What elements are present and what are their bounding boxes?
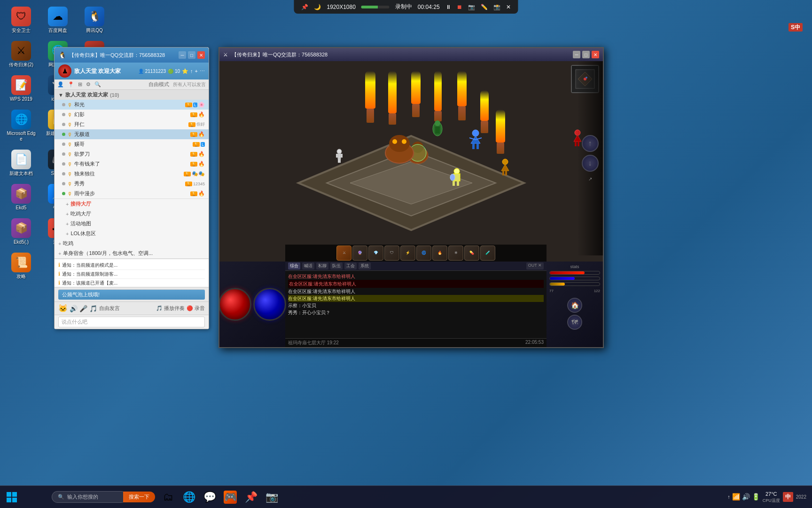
game-maximize-btn[interactable]: □ <box>582 51 590 58</box>
ime-indicator: S中 <box>789 23 803 32</box>
main-section-header[interactable]: ▼ 敌人天堂 欢迎大家 (10) <box>55 90 209 100</box>
skill-btn-10[interactable]: 🧪 <box>480 246 495 261</box>
taskbar-edge-btn[interactable]: 🌐 <box>180 488 198 507</box>
game-hp-orb[interactable] <box>219 288 251 321</box>
nav-up-btn[interactable]: ↑ <box>582 135 599 152</box>
desktop-icon-textfile[interactable]: 📄 新建文本档 <box>5 148 38 178</box>
qq-add-icon[interactable]: + <box>195 68 198 74</box>
skill-btn-6[interactable]: 🌀 <box>416 246 431 261</box>
nav-portal-btn[interactable]: 🏠 <box>567 298 582 313</box>
desktop-icon-wps[interactable]: 📝 WPS 2019 <box>5 73 38 104</box>
desktop-icon-anquan[interactable]: 🛡 安全卫士 <box>5 5 38 35</box>
channel-item-yumengdao[interactable]: 🎙 欲梦刀 🏆 🔥 <box>55 149 209 159</box>
skill-btn-7[interactable]: 🔥 <box>432 246 447 261</box>
status-dot <box>62 192 65 195</box>
skill-btn-5[interactable]: ⚡ <box>400 246 415 261</box>
taskbar-file-explorer-btn[interactable]: 🗂 <box>159 488 178 507</box>
anquan-icon: 🛡 <box>11 7 31 26</box>
desktop-icon-baidu[interactable]: ☁ 百度网盘 <box>41 5 74 35</box>
taskbar-camera-btn[interactable]: 📷 <box>262 488 281 507</box>
taskbar-volume-icon[interactable]: 🔊 <box>742 493 750 500</box>
channel-item-heguang[interactable]: 🎙 和光 🏆 L 🌸 <box>55 100 209 110</box>
qq-volume-icon[interactable]: 🔊 <box>70 305 78 312</box>
recording-pen-btn[interactable]: ✏️ <box>481 4 488 10</box>
skill-btn-8[interactable]: ❄ <box>448 246 463 261</box>
game-minimize-btn[interactable]: ─ <box>573 51 580 58</box>
recording-close-btn[interactable]: ✕ <box>506 4 511 10</box>
qq-broadcast-btn[interactable]: 公频气泡上线哦! <box>58 289 205 300</box>
taskbar-search-button[interactable]: 搜索一下 <box>123 492 155 502</box>
nav-corner-btn[interactable]: ↗ <box>588 176 592 182</box>
recording-camera-btn[interactable]: 📷 <box>468 4 475 10</box>
qq-close-btn[interactable]: ✕ <box>197 51 205 59</box>
chat-tab-all[interactable]: 综合 <box>288 262 300 270</box>
taskbar-ime-indicator[interactable]: 中 <box>783 492 793 502</box>
taskbar-network-icon[interactable]: 📶 <box>732 493 740 500</box>
channel-activity[interactable]: + 活动地图 <box>55 219 209 229</box>
nav-map-btn[interactable]: 🗺 <box>567 315 582 330</box>
qq-maximize-btn[interactable]: □ <box>188 51 195 59</box>
chat-tab-shout[interactable]: 喊话 <box>302 262 314 270</box>
desktop-icon-guide[interactable]: 📜 攻略 <box>5 251 38 281</box>
channel-item-bairen[interactable]: 🎙 拜仁 🏆 你好 <box>55 119 209 129</box>
desktop-icon-game[interactable]: ⚔ 传奇归来(2) <box>5 39 38 70</box>
desktop-icon-qq[interactable]: 🐧 腾讯QQ <box>78 5 111 35</box>
taskbar-dingding-btn[interactable]: 📌 <box>242 488 260 507</box>
game-mp-orb[interactable] <box>253 288 286 321</box>
qq-location-icon[interactable]: 📍 <box>68 81 74 87</box>
chat-tab-system[interactable]: 系统 <box>359 262 371 270</box>
taskbar-start-btn[interactable] <box>0 486 23 508</box>
channel-item-huanying[interactable]: 🎙 幻影 🏆 🔥 <box>55 110 209 119</box>
chat-tab-private[interactable]: 私聊 <box>316 262 328 270</box>
chat-tab-out[interactable]: OUT ✕ <box>526 262 544 270</box>
recording-pause-btn[interactable]: ⏸ <box>445 4 451 10</box>
qq-record-btn[interactable]: 🔴 录音 <box>187 305 205 312</box>
recording-stop-btn[interactable]: ⏹ <box>457 4 462 10</box>
channel-item-cige[interactable]: 🎙 赐哥 🏆 L <box>55 139 209 149</box>
channel-item-xiuxiu[interactable]: 🎙 秀秀 🏆 12345 <box>55 179 209 189</box>
qq-chat-input[interactable]: 说点什么吧 <box>58 317 205 327</box>
qq-mic-icon[interactable]: 🎤 <box>79 305 87 312</box>
notif-text: 通知：当前频道的模式是... <box>62 262 117 269</box>
qq-more-icon[interactable]: ⋯ <box>200 68 205 74</box>
channel-item-yuzhongmbu[interactable]: 🎙 雨中漫步 🏆 🔥 <box>55 189 209 198</box>
qq-user-icon[interactable]: 👤 <box>57 81 64 87</box>
qq-search-icon[interactable]: 🔍 <box>94 81 101 87</box>
taskbar-game-btn[interactable]: 🎮 <box>221 488 240 507</box>
skill-btn-9[interactable]: 💊 <box>464 246 479 261</box>
qq-play-btn[interactable]: 🎵 播放伴奏 <box>156 305 185 312</box>
qq-settings-icon[interactable]: ⚙ <box>86 81 91 87</box>
channel-jieda[interactable]: + 接待大厅 <box>55 199 209 209</box>
svg-rect-15 <box>336 154 338 158</box>
qq-star-icon[interactable]: ⭐ <box>182 68 188 74</box>
channel-chiji2[interactable]: + 吃鸡 <box>55 238 209 248</box>
recording-screenshot-btn[interactable]: 📸 <box>493 4 500 10</box>
desktop-icon-ekd5[interactable]: 📦 Ekd5 <box>5 182 38 213</box>
nav-down-btn[interactable]: ↓ <box>582 155 599 172</box>
channel-item-niuyouqian[interactable]: 🎙 牛有钱来了 🏆 🔥 <box>55 159 209 169</box>
chat-tab-team[interactable]: 队伍 <box>330 262 343 270</box>
desktop-icon-ekd5b[interactable]: 📦 Ekd5(.) <box>5 216 38 247</box>
skill-btn-2[interactable]: 🔮 <box>352 246 367 261</box>
game-close-btn[interactable]: ✕ <box>592 51 599 58</box>
qq-grid-icon[interactable]: ⊞ <box>78 81 82 87</box>
svg-rect-23 <box>472 143 475 149</box>
channel-item-dulaidu[interactable]: 🎙 独来独往 🏆 🎭🎭 <box>55 169 209 179</box>
channel-lol[interactable]: + LOL休息区 <box>55 229 209 238</box>
skill-btn-3[interactable]: 💎 <box>368 246 383 261</box>
channel-dorm[interactable]: + 单身宿舍（1800/月，包水电气、空调... <box>55 248 209 258</box>
channel-item-wujidao[interactable]: 🎙 无极道 🏆 🔥 <box>55 129 209 139</box>
taskbar-search-bar[interactable]: 🔍 输入你想搜的 <box>52 491 127 503</box>
skill-btn-1[interactable]: ⚔ <box>336 246 351 261</box>
qq-share-icon[interactable]: ↑ <box>190 68 193 74</box>
taskbar-qqchat-btn[interactable]: 💬 <box>200 488 219 507</box>
windows-logo-icon <box>6 492 17 503</box>
skill-btn-4[interactable]: 🛡 <box>384 246 399 261</box>
channel-chiji[interactable]: + 吃鸡大厅 <box>55 209 209 219</box>
qq-speaking-mode[interactable]: 自由发言 <box>99 305 120 312</box>
badge: 🏆 <box>184 172 191 176</box>
qq-minimize-btn[interactable]: ─ <box>179 51 186 59</box>
qq-music-icon[interactable]: 🎵 <box>89 305 97 312</box>
chat-tab-guild[interactable]: 工会 <box>344 262 357 270</box>
desktop-icon-edge[interactable]: 🌐 Microsoft Edge <box>5 108 38 144</box>
